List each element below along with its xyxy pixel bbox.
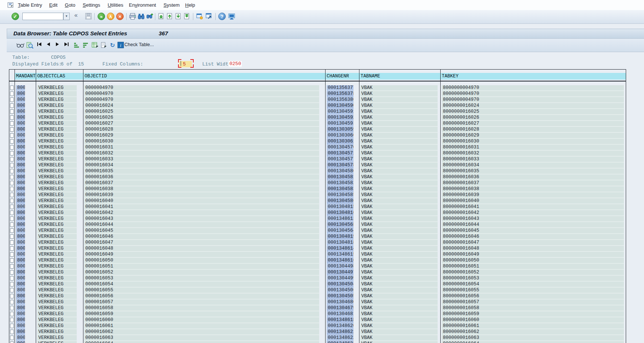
row-checkbox[interactable] [10,217,14,221]
row-checkbox[interactable] [10,145,14,150]
cell-tabname[interactable]: VBAK [360,282,438,288]
cell-mandant[interactable]: 800 [16,186,25,192]
row-checkbox[interactable] [10,258,14,263]
cell-changenr[interactable]: 0001348618 [327,317,353,323]
cell-tabkey[interactable]: 8000000016057 [442,299,624,305]
command-field-input[interactable] [22,13,63,20]
cell-mandant[interactable]: 800 [16,323,25,329]
cell-tabname[interactable]: VBAK [360,276,438,282]
cell-objectid[interactable]: 0000016033 [84,157,319,163]
cell-changenr[interactable]: 0001304505 [327,294,353,299]
cell-tabkey[interactable]: 8000000016034 [442,163,624,169]
cell-changenr[interactable]: 0001348613 [327,216,353,222]
cell-tabkey[interactable]: 8000000004970 [442,97,624,103]
cell-objectid[interactable]: 0000016044 [84,222,319,228]
cell-objectclas[interactable]: VERKBELEG [37,240,77,246]
cell-tabname[interactable]: VBAK [360,252,438,258]
cell-objectclas[interactable]: VERKBELEG [37,133,77,139]
cell-objectclas[interactable]: VERKBELEG [37,204,77,210]
cell-tabname[interactable]: VBAK [360,294,438,299]
cell-changenr[interactable]: 0001304586 [327,198,353,204]
cell-objectclas[interactable]: VERKBELEG [37,270,77,276]
cell-objectid[interactable]: 0000016035 [84,169,319,174]
page-down-icon[interactable] [175,13,182,20]
help-icon[interactable]: ? [218,13,226,20]
cell-mandant[interactable]: 800 [16,252,25,258]
cell-objectclas[interactable]: VERKBELEG [37,157,77,163]
cell-tabname[interactable]: VBAK [360,163,438,169]
cell-objectid[interactable]: 0000016052 [84,270,319,276]
column-header-mandant[interactable]: MANDANT [15,73,36,80]
cell-changenr[interactable]: 0001348623 [327,341,353,343]
cell-mandant[interactable]: 800 [16,145,25,151]
page-up-icon[interactable] [166,13,174,20]
previous-entry-icon[interactable] [45,42,53,49]
cell-objectclas[interactable]: VERKBELEG [37,305,77,311]
cell-changenr[interactable]: 0001304592 [327,115,353,121]
row-checkbox[interactable] [10,336,14,340]
cell-tabkey[interactable]: 8000000016041 [442,204,624,210]
cell-objectclas[interactable]: VERKBELEG [37,169,77,174]
cell-tabname[interactable]: VBAK [360,341,438,343]
cell-objectclas[interactable]: VERKBELEG [37,252,77,258]
cell-tabkey[interactable]: 8000000016045 [442,228,624,234]
cell-objectid[interactable]: 0000016056 [84,294,319,299]
cell-tabname[interactable]: VBAK [360,228,438,234]
cell-tabkey[interactable]: 8000000016026 [442,115,624,121]
row-checkbox[interactable] [10,103,14,108]
row-checkbox[interactable] [10,306,14,310]
cell-tabkey[interactable]: 8000000016024 [442,103,624,109]
display-details-icon[interactable] [16,42,24,49]
cell-objectclas[interactable]: VERKBELEG [37,145,77,151]
cell-changenr[interactable]: 0001304818 [327,240,353,246]
cell-objectid[interactable]: 0000004970 [84,91,319,97]
row-checkbox[interactable] [10,109,14,114]
cell-tabname[interactable]: VBAK [360,198,438,204]
cell-tabkey[interactable]: 8000000016032 [442,151,624,157]
cell-mandant[interactable]: 800 [16,228,25,234]
cell-mandant[interactable]: 800 [16,109,25,115]
cell-objectid[interactable]: 0000016029 [84,133,319,139]
cell-objectclas[interactable]: VERKBELEG [37,323,77,329]
cell-changenr[interactable]: 0001304679 [327,305,353,311]
cell-changenr[interactable]: 0001304564 [327,228,353,234]
cell-mandant[interactable]: 800 [16,192,25,198]
cell-objectid[interactable]: 0000016024 [84,103,319,109]
cell-objectid[interactable]: 0000016032 [84,151,319,157]
cell-objectclas[interactable]: VERKBELEG [37,288,77,294]
cell-objectid[interactable]: 0000016038 [84,186,319,192]
cell-changenr[interactable]: 0001304583 [327,186,353,192]
column-header-tabname[interactable]: TABNAME [359,73,440,80]
cell-objectid[interactable]: 0000016049 [84,252,319,258]
row-checkbox[interactable] [10,240,14,245]
cell-tabname[interactable]: VBAK [360,121,438,127]
cell-mandant[interactable]: 800 [16,115,25,121]
cell-changenr[interactable]: 0001304577 [327,157,353,163]
cell-objectid[interactable]: 0000004970 [84,85,319,91]
cell-tabname[interactable]: VBAK [360,264,438,270]
cell-objectid[interactable]: 0000016037 [84,180,319,186]
cell-changenr[interactable]: 0001304498 [327,264,353,270]
cell-tabname[interactable]: VBAK [360,139,438,145]
cell-mandant[interactable]: 800 [16,204,25,210]
cell-tabkey[interactable]: 8000000016025 [442,109,624,115]
cell-objectid[interactable]: 0000016034 [84,163,319,169]
cell-objectclas[interactable]: VERKBELEG [37,91,77,97]
row-checkbox[interactable] [10,187,14,191]
cell-mandant[interactable]: 800 [16,210,25,216]
cell-changenr[interactable]: 0001348615 [327,252,353,258]
cell-objectclas[interactable]: VERKBELEG [37,329,77,335]
cell-objectclas[interactable]: VERKBELEG [37,174,77,180]
cell-changenr[interactable]: 0001304568 [327,222,353,228]
cell-tabname[interactable]: VBAK [360,270,438,276]
cell-tabkey[interactable]: 8000000016033 [442,157,624,163]
cell-mandant[interactable]: 800 [16,127,25,133]
cell-objectid[interactable]: 0000016053 [84,276,319,282]
cell-tabkey[interactable]: 8000000016036 [442,174,624,180]
cell-objectid[interactable]: 0000016043 [84,216,319,222]
row-checkbox[interactable] [10,163,14,167]
cell-objectid[interactable]: 0000016063 [84,335,319,341]
cell-objectid[interactable]: 0000016050 [84,258,319,264]
check-table-button[interactable]: Check Table... [123,42,155,47]
row-checkbox[interactable] [10,133,14,138]
